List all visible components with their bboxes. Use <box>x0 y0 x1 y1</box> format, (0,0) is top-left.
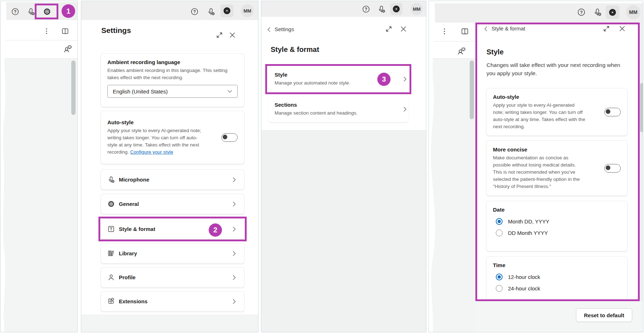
split-view-button[interactable] <box>61 27 69 35</box>
scrollbar-thumb[interactable] <box>640 83 643 132</box>
auto-style-title: Auto-style <box>493 93 585 101</box>
gear-filled-icon <box>392 5 401 13</box>
settings-item-library[interactable]: Library <box>101 243 244 264</box>
gear-icon <box>107 200 115 208</box>
ambient-language-card: Ambient recording language Enables ambie… <box>101 53 244 107</box>
more-concise-title: More concise <box>493 146 585 153</box>
people-chat-icon <box>63 44 72 53</box>
back-button[interactable] <box>265 25 273 33</box>
settings-item-microphone[interactable]: Microphone <box>101 169 244 190</box>
microphone-settings-icon <box>27 8 35 16</box>
scrollbar-thumb[interactable] <box>71 61 76 115</box>
panel-footer-strip <box>261 130 426 332</box>
time-option-row: 24-hour clock <box>496 285 621 292</box>
settings-item-label: Style & format <box>119 226 155 232</box>
screenshot-collage: 1 MM Settings Ambient recording language… <box>0 0 644 333</box>
account-avatar[interactable]: MM <box>626 5 640 19</box>
auto-style-description: Apply your style to every AI-generated n… <box>107 127 201 156</box>
settings-item-label: Microphone <box>119 177 149 183</box>
settings-button[interactable] <box>43 7 51 16</box>
split-view-icon <box>61 27 69 35</box>
breadcrumb-back-label[interactable]: Settings <box>275 26 294 32</box>
radio-selected[interactable] <box>496 218 503 225</box>
kebab-menu-icon <box>43 27 50 35</box>
expand-panel-button[interactable] <box>384 25 393 33</box>
panel-footer-strip <box>81 314 258 332</box>
radio-label: 12-hour clock <box>508 274 540 280</box>
breadcrumb-back-label[interactable]: Style & format <box>492 25 525 32</box>
help-button[interactable] <box>11 7 19 16</box>
segment-style-panel: MM Reset to default Style & format Style… <box>428 1 643 332</box>
panel-title: Settings <box>101 26 131 35</box>
help-button[interactable] <box>362 5 370 13</box>
language-select[interactable]: English (United States) <box>107 85 238 98</box>
settings-button[interactable] <box>392 5 401 13</box>
chevron-down-icon <box>227 88 233 95</box>
microphone-settings-icon <box>593 8 602 16</box>
more-concise-toggle[interactable] <box>604 164 621 173</box>
close-panel-button[interactable] <box>399 25 408 33</box>
split-view-button[interactable] <box>460 27 469 35</box>
patients-button[interactable] <box>457 46 466 56</box>
chevron-right-icon <box>401 106 408 113</box>
settings-button[interactable] <box>223 6 231 15</box>
more-options-button[interactable] <box>440 27 449 35</box>
close-panel-button[interactable] <box>228 31 237 39</box>
more-options-button[interactable] <box>42 27 51 35</box>
scrollbar-thumb[interactable] <box>470 61 474 119</box>
radio-selected[interactable] <box>496 274 503 280</box>
settings-item-style-format[interactable]: Style & format <box>101 219 244 239</box>
reset-to-default-button[interactable]: Reset to default <box>576 308 632 322</box>
auto-style-card: Auto-style Apply your style to every AI-… <box>486 88 628 136</box>
sections-item-card[interactable]: Sections Manage section content and head… <box>268 96 408 122</box>
radio-label: DD Month YYYY <box>508 230 548 236</box>
expand-icon <box>385 25 393 33</box>
close-panel-button[interactable] <box>618 24 626 33</box>
help-button[interactable] <box>190 7 199 16</box>
gear-filled-icon <box>608 8 617 17</box>
sections-item-title: Sections <box>275 101 402 108</box>
scrollbar-track[interactable] <box>640 23 643 301</box>
ambient-language-description: Enables ambient recording in this langua… <box>107 67 239 81</box>
help-button[interactable] <box>577 8 586 16</box>
chevron-left-icon <box>266 26 272 33</box>
settings-item-profile[interactable]: Profile <box>101 267 244 288</box>
expand-panel-button[interactable] <box>602 24 611 33</box>
microphone-settings-button[interactable] <box>207 7 215 16</box>
account-avatar[interactable]: MM <box>411 3 423 15</box>
close-icon <box>400 25 407 33</box>
divider <box>1 40 77 40</box>
chevron-right-icon <box>231 250 238 257</box>
date-format-card: Date Month DD, YYYY DD Month YYYY <box>486 201 628 251</box>
account-avatar[interactable]: MM <box>241 4 254 17</box>
radio-unselected[interactable] <box>496 230 503 236</box>
kebab-menu-icon <box>440 27 449 35</box>
text-style-icon <box>107 225 115 233</box>
radio-label: 24-hour clock <box>508 285 540 291</box>
close-icon <box>618 25 626 33</box>
microphone-settings-button[interactable] <box>593 8 602 16</box>
settings-button[interactable] <box>608 8 617 16</box>
radio-unselected[interactable] <box>496 285 503 292</box>
chevron-right-icon <box>231 226 238 233</box>
auto-style-description: Apply your style to every AI-generated n… <box>493 102 585 130</box>
back-button[interactable] <box>481 24 490 33</box>
panel-title: Style & format <box>271 45 319 54</box>
configure-your-style-link[interactable]: Configure your style <box>130 149 173 155</box>
microphone-settings-button[interactable] <box>377 5 386 13</box>
apps-icon <box>107 298 115 305</box>
date-option-row: DD Month YYYY <box>496 230 621 236</box>
expand-panel-button[interactable] <box>215 31 224 39</box>
patients-button[interactable] <box>63 44 72 53</box>
microphone-settings-button[interactable] <box>26 7 35 16</box>
help-icon <box>190 8 199 16</box>
people-chat-icon <box>457 47 466 56</box>
chevron-right-icon <box>231 176 238 183</box>
settings-item-general[interactable]: General <box>101 194 244 214</box>
annotation-badge-2: 2 <box>209 223 222 237</box>
settings-item-extensions[interactable]: Extensions <box>101 291 244 312</box>
microphone-settings-icon <box>377 5 386 13</box>
auto-style-toggle[interactable] <box>221 133 238 142</box>
radio-label: Month DD, YYYY <box>508 218 549 225</box>
auto-style-toggle[interactable] <box>604 108 621 116</box>
